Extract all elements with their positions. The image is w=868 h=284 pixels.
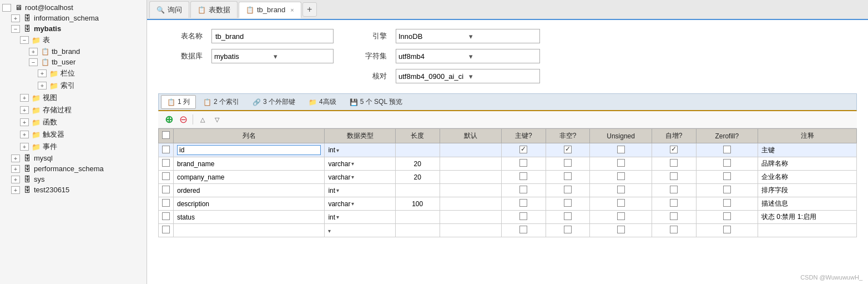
- sidebar-item-root[interactable]: 🖥root@localhost: [0, 2, 147, 13]
- sidebar-item-views[interactable]: +📁视图: [0, 92, 147, 104]
- col-autoinc-6[interactable]: [652, 224, 696, 237]
- zerofill-checkbox-3[interactable]: [723, 186, 731, 193]
- row-checkbox-4[interactable]: [159, 197, 174, 211]
- delete-row-button[interactable]: ⊖: [177, 113, 189, 126]
- pk-checkbox-0[interactable]: [519, 146, 527, 153]
- type-dropdown-5[interactable]: ▾: [336, 214, 339, 220]
- toggle-information_schema[interactable]: +: [11, 14, 20, 22]
- col-type-5[interactable]: int ▾: [325, 211, 395, 224]
- toggle-test230615[interactable]: +: [11, 186, 20, 194]
- pk-checkbox-6[interactable]: [519, 226, 527, 233]
- col-unsigned-5[interactable]: [590, 211, 652, 224]
- notnull-checkbox-2[interactable]: [564, 172, 572, 180]
- pk-checkbox-2[interactable]: [519, 172, 527, 180]
- col-autoinc-0[interactable]: [652, 143, 696, 157]
- sidebar-item-events[interactable]: +📁事件: [0, 141, 147, 153]
- sidebar-item-funcs[interactable]: +📁函数: [0, 116, 147, 128]
- type-dropdown-2[interactable]: ▾: [351, 174, 354, 180]
- col-unsigned-2[interactable]: [590, 171, 652, 184]
- toggle-tb_user[interactable]: −: [29, 58, 38, 66]
- row-checkbox-5[interactable]: [159, 211, 174, 224]
- sidebar-item-zhanwei[interactable]: +📁栏位: [0, 67, 147, 79]
- col-type-1[interactable]: varchar ▾: [325, 157, 395, 171]
- sidebar-item-tables[interactable]: −📁表: [0, 34, 147, 46]
- toggle-funcs[interactable]: +: [20, 118, 29, 126]
- sidebar-item-sys[interactable]: +🗄sys: [0, 174, 147, 185]
- col-zerofill-3[interactable]: [696, 184, 758, 197]
- col-zerofill-2[interactable]: [696, 171, 758, 184]
- checkbox-0[interactable]: [162, 146, 170, 153]
- sidebar-item-tb_brand[interactable]: +📋tb_brand: [0, 46, 147, 57]
- col-pk-6[interactable]: [502, 224, 546, 237]
- collation-select[interactable]: utf8mb4_0900_ai_ci ▾: [396, 69, 540, 83]
- table-name-input[interactable]: [211, 29, 334, 43]
- col-name-2[interactable]: company_name: [174, 171, 325, 184]
- sidebar-item-perf[interactable]: +🗄performance_schema: [0, 163, 147, 174]
- type-dropdown-1[interactable]: ▾: [351, 161, 354, 167]
- col-pk-3[interactable]: [502, 184, 546, 197]
- col-zerofill-6[interactable]: [696, 224, 758, 237]
- type-dropdown-3[interactable]: ▾: [336, 187, 339, 193]
- autoinc-checkbox-6[interactable]: [670, 226, 678, 233]
- col-unsigned-1[interactable]: [590, 157, 652, 171]
- toggle-mybatis[interactable]: −: [11, 25, 20, 33]
- zerofill-checkbox-0[interactable]: [723, 146, 731, 153]
- col-unsigned-4[interactable]: [590, 197, 652, 211]
- toggle-sys[interactable]: +: [11, 176, 20, 183]
- col-notnull-3[interactable]: [546, 184, 590, 197]
- pk-checkbox-3[interactable]: [519, 186, 527, 193]
- type-dropdown-0[interactable]: ▾: [336, 147, 339, 153]
- col-name-3[interactable]: ordered: [174, 184, 325, 197]
- col-type-3[interactable]: int ▾: [325, 184, 395, 197]
- col-pk-4[interactable]: [502, 197, 546, 211]
- toggle-events[interactable]: +: [20, 143, 29, 151]
- col-notnull-2[interactable]: [546, 171, 590, 184]
- pk-checkbox-5[interactable]: [519, 212, 527, 220]
- zerofill-checkbox-6[interactable]: [723, 226, 731, 233]
- unsigned-checkbox-3[interactable]: [617, 186, 625, 193]
- row-checkbox-0[interactable]: [159, 143, 174, 157]
- pk-checkbox-1[interactable]: [519, 159, 527, 167]
- col-notnull-6[interactable]: [546, 224, 590, 237]
- unsigned-checkbox-6[interactable]: [617, 226, 625, 233]
- checkbox-3[interactable]: [162, 186, 170, 193]
- autoinc-checkbox-3[interactable]: [670, 186, 678, 193]
- col-pk-1[interactable]: [502, 157, 546, 171]
- col-autoinc-3[interactable]: [652, 184, 696, 197]
- zerofill-checkbox-1[interactable]: [723, 159, 731, 167]
- unsigned-checkbox-1[interactable]: [617, 159, 625, 167]
- charset-select[interactable]: utf8mb4 ▾: [396, 49, 540, 63]
- database-select[interactable]: mybatis ▾: [211, 49, 334, 63]
- engine-select[interactable]: InnoDB ▾: [396, 29, 540, 43]
- type-dropdown-4[interactable]: ▾: [351, 201, 354, 207]
- unsigned-checkbox-2[interactable]: [617, 172, 625, 180]
- content-tab-advanced[interactable]: 📁4高级: [302, 95, 342, 109]
- checkbox-4[interactable]: [162, 199, 170, 207]
- checkbox-5[interactable]: [162, 212, 170, 220]
- notnull-checkbox-1[interactable]: [564, 159, 572, 167]
- sidebar-item-triggers[interactable]: +📁触发器: [0, 128, 147, 141]
- col-notnull-1[interactable]: [546, 157, 590, 171]
- row-checkbox-3[interactable]: [159, 184, 174, 197]
- col-notnull-0[interactable]: [546, 143, 590, 157]
- col-name-0[interactable]: [174, 143, 325, 157]
- toggle-triggers[interactable]: +: [20, 131, 29, 138]
- unsigned-checkbox-4[interactable]: [617, 199, 625, 207]
- zerofill-checkbox-2[interactable]: [723, 172, 731, 180]
- toggle-mysql[interactable]: +: [11, 155, 20, 162]
- row-checkbox-2[interactable]: [159, 171, 174, 184]
- col-unsigned-6[interactable]: [590, 224, 652, 237]
- autoinc-checkbox-5[interactable]: [670, 212, 678, 220]
- name-input-0[interactable]: [177, 145, 321, 155]
- zerofill-checkbox-4[interactable]: [723, 199, 731, 207]
- toggle-views[interactable]: +: [20, 94, 29, 102]
- tab-close-tb_brand[interactable]: ×: [290, 7, 294, 13]
- col-type-2[interactable]: varchar ▾: [325, 171, 395, 184]
- sidebar-item-test230615[interactable]: +🗄test230615: [0, 185, 147, 195]
- col-zerofill-0[interactable]: [696, 143, 758, 157]
- toggle-perf[interactable]: +: [11, 165, 20, 173]
- sidebar-item-mybatis[interactable]: −🗄mybatis: [0, 23, 147, 34]
- sidebar-item-tb_user[interactable]: −📋tb_user: [0, 57, 147, 67]
- toggle-root[interactable]: [2, 4, 11, 12]
- row-checkbox-1[interactable]: [159, 157, 174, 171]
